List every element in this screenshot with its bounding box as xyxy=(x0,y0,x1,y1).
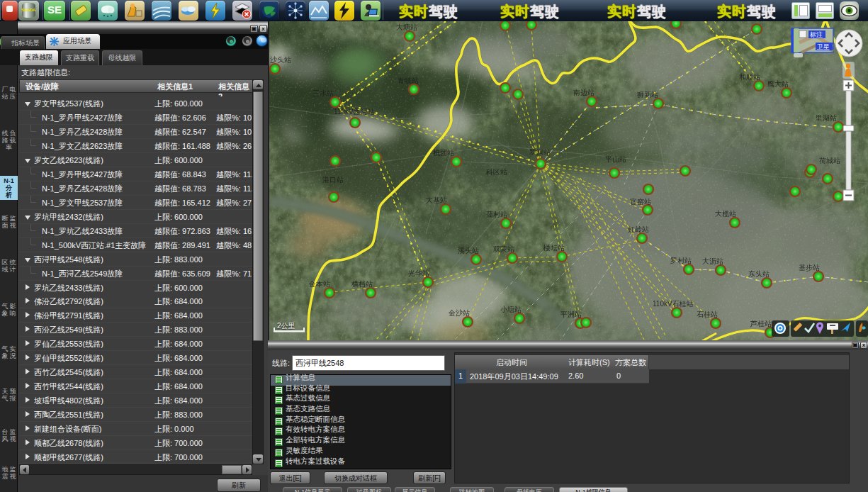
svg-text:2公里: 2公里 xyxy=(277,322,295,330)
svg-text:楼坛站: 楼坛站 xyxy=(543,244,565,252)
svg-text:蒲村站: 蒲村站 xyxy=(486,211,507,218)
svg-text:大基站: 大基站 xyxy=(426,196,447,204)
svg-text:大沥站: 大沥站 xyxy=(702,257,723,265)
svg-text:南边站: 南边站 xyxy=(573,89,594,96)
svg-text:横档站: 横档站 xyxy=(351,280,373,288)
svg-text:平山站: 平山站 xyxy=(605,155,626,163)
svg-text:小塘站: 小塘站 xyxy=(500,306,522,313)
svg-text:基步站: 基步站 xyxy=(799,264,820,272)
svg-text:青岐站: 青岐站 xyxy=(398,77,419,84)
svg-text:和顺站: 和顺站 xyxy=(739,73,760,81)
svg-text:港口站: 港口站 xyxy=(322,176,344,184)
svg-text:罗村站: 罗村站 xyxy=(670,257,692,264)
svg-text:鹰大站: 鹰大站 xyxy=(767,80,789,88)
svg-text:标注: 标注 xyxy=(809,31,823,38)
svg-text:樵团站: 樵团站 xyxy=(433,149,454,157)
svg-text:石桂站: 石桂站 xyxy=(697,311,718,318)
svg-text:双蒙站: 双蒙站 xyxy=(493,245,514,253)
svg-text:沙头站: 沙头站 xyxy=(270,56,291,64)
svg-text:荷城站: 荷城站 xyxy=(819,157,840,164)
svg-text:官窑站: 官窑站 xyxy=(630,198,651,206)
svg-text:金本站: 金本站 xyxy=(308,280,330,288)
svg-text:110kV西河站: 110kV西河站 xyxy=(334,108,375,116)
svg-text:溪头站: 溪头站 xyxy=(458,247,479,255)
svg-text:三水站: 三水站 xyxy=(312,89,334,97)
svg-text:东头站: 东头站 xyxy=(748,270,770,278)
svg-text:芦桂站: 芦桂站 xyxy=(750,320,772,328)
svg-text:大塘站: 大塘站 xyxy=(396,23,417,31)
svg-text:罗洞站: 罗洞站 xyxy=(529,148,551,156)
svg-text:110kV石桂站: 110kV石桂站 xyxy=(653,300,694,308)
svg-text:科区站: 科区站 xyxy=(486,168,507,176)
svg-text:光华站: 光华站 xyxy=(408,269,429,277)
svg-text:大榄站: 大榄站 xyxy=(715,210,736,218)
svg-text:金沙站: 金沙站 xyxy=(448,309,470,317)
svg-text:卫星: 卫星 xyxy=(816,43,830,50)
svg-text:狮新站: 狮新站 xyxy=(637,91,658,99)
svg-text:平洲站: 平洲站 xyxy=(560,311,582,318)
svg-text:虹岭站: 虹岭站 xyxy=(628,225,649,233)
svg-text:里湖站: 里湖站 xyxy=(816,114,837,122)
